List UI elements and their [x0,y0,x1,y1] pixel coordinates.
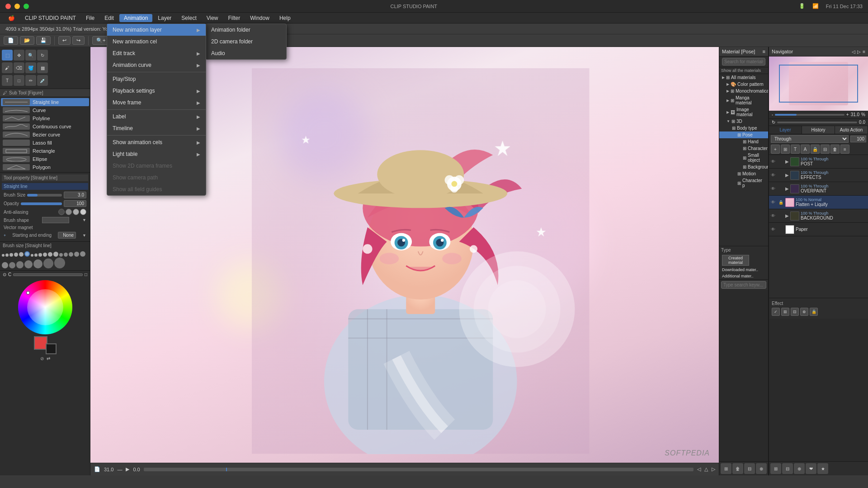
size-dot-9[interactable] [43,253,47,257]
mat-btn-4[interactable]: ⊕ [756,463,767,474]
zoom-slider[interactable] [775,114,844,116]
mat-btn-1[interactable]: ⊞ [721,463,731,474]
menu-layer[interactable]: Layer [153,14,176,22]
color-bar[interactable] [13,273,83,276]
layer-item-background[interactable]: 👁 ▶ 100 % Through BACKGROUND [769,209,868,223]
brush-item-straight[interactable]: Straight line [1,98,89,106]
tool-fill[interactable]: 🪣 [25,62,36,73]
tab-layer[interactable]: Layer [769,126,802,134]
tree-item-hand[interactable]: ⊞ Hand [719,138,768,145]
tree-item-mono[interactable]: ▶ ⊞ Monochromatica [719,88,768,94]
size-dot-3[interactable] [14,253,18,257]
menu-clip-studio[interactable]: 🍎 [4,14,19,22]
layer-add-btn[interactable]: + [771,145,780,154]
size-dot-2[interactable] [9,253,13,257]
show-all-label[interactable]: Show all the materials [719,67,768,74]
timeline-btn2[interactable]: △ [704,466,708,472]
zoom-plus-icon[interactable]: + [846,112,849,117]
tree-item-small-object[interactable]: ⊞ Small object [719,152,768,164]
tree-item-pose[interactable]: ⊞ Pose [719,131,768,138]
type-created[interactable]: Created material [719,254,768,267]
layer-item-flatten[interactable]: 👁 🔒 100 % Normal Flatten + Liquify [769,196,868,209]
materials-search-input[interactable] [722,58,765,66]
timeline-btn3[interactable]: ▷ [712,466,715,472]
toolbar-open[interactable]: 📂 [20,36,34,45]
menu-animation[interactable]: Animation [119,14,152,22]
nav-btn1[interactable]: ◁ [852,49,855,54]
layer-delete-btn[interactable]: 🗑 [830,145,840,154]
materials-keyword-search[interactable] [721,281,766,289]
toolbar-new[interactable]: 📄 [4,36,18,45]
brush-shape-arrow[interactable]: ▼ [82,218,86,222]
brush-size-slider[interactable] [27,194,62,197]
tree-item-color[interactable]: ▶ 🎨 Color pattern [719,81,768,88]
size-dot-1[interactable] [5,253,9,257]
rotation-slider[interactable] [777,122,857,123]
tool-color-pick[interactable]: 💉 [37,75,48,86]
brush-item-bezier[interactable]: Bezier curve [1,131,89,139]
layer-item-overpaint[interactable]: 👁 ▶ 100 % Through OVERPAINT [769,182,868,196]
tree-item-character[interactable]: ⊞ Character [719,145,768,152]
tool-move[interactable]: ✥ [14,50,24,61]
size-dot-14[interactable] [69,252,73,257]
size-dot-21[interactable] [33,259,42,268]
tree-item-chara-p[interactable]: ⊞ Character p [719,177,768,189]
effect-btn3[interactable]: ⊟ [791,308,799,316]
starting-ending-value[interactable]: None [58,232,76,239]
tool-eraser[interactable]: ⌫ [14,62,24,73]
size-dot-12[interactable] [59,253,63,257]
size-dot-17[interactable] [2,262,8,268]
layer-visibility-post[interactable]: 👁 [771,159,777,164]
tool-gradient[interactable]: ▦ [37,62,48,73]
menu-filter[interactable]: Filter [224,14,245,22]
navigator-preview[interactable] [769,56,868,111]
layer-visibility-overpaint[interactable]: 👁 [771,186,777,191]
brush-item-curve[interactable]: Curve [1,106,89,114]
swap-colors-btn[interactable]: ⇄ [47,356,50,361]
tree-item-3d[interactable]: ▼ ⊞ 3D [719,118,768,125]
opacity-slider[interactable] [21,202,62,205]
transparent-color-btn[interactable]: ⊘ [40,356,44,361]
aa-med[interactable] [73,209,79,215]
lbt-btn5[interactable]: ★ [817,463,828,474]
timeline-bar[interactable] [144,468,693,471]
layer-opacity-input[interactable] [850,136,866,142]
mac-maximize-button[interactable] [24,4,29,9]
tree-item-motion[interactable]: ⊞ Motion [719,170,768,177]
size-dot-13[interactable] [64,253,68,257]
brush-item-continuous[interactable]: Continuous curve [1,122,89,131]
mac-close-button[interactable] [5,4,11,9]
menu-item-new-cel[interactable]: New animation cel [107,36,206,47]
menu-select[interactable]: Select [177,14,201,22]
tree-item-image[interactable]: ▶ 🖼 Image material [719,106,768,118]
brush-item-lasso[interactable]: Lasso fill [1,139,89,147]
tool-selection[interactable]: ⬚ [2,50,13,61]
nav-btn2[interactable]: ▷ [857,49,861,54]
tree-item-all[interactable]: ▶ ⊞ All materials [719,74,768,81]
menu-item-label[interactable]: Label ▶ [107,111,206,122]
color-wheel[interactable] [18,280,72,334]
layer-adjust-btn[interactable]: A [801,145,810,154]
brush-item-polyline[interactable]: Polyline [1,114,89,122]
layer-visibility-paper[interactable]: 👁 [771,227,777,232]
size-dot-23[interactable] [54,258,65,268]
effect-btn2[interactable]: ⊞ [781,308,789,316]
layer-lock-btn[interactable]: 🔒 [811,145,820,154]
menu-item-new-animation-layer[interactable]: New animation layer ▶ [107,24,206,36]
type-btn[interactable]: Created material [722,255,749,266]
background-color[interactable] [46,343,57,354]
type-additional[interactable]: Additional mater.. [719,273,768,279]
effect-btn1[interactable]: ✓ [772,308,780,316]
nav-options-icon[interactable]: ≡ [863,49,865,54]
size-dot-8[interactable] [38,253,42,257]
size-dot-10[interactable] [48,252,52,257]
effect-btn4[interactable]: ⊕ [800,308,808,316]
layer-lock-flatten[interactable]: 🔒 [778,200,784,205]
menu-edit[interactable]: Edit [100,14,118,22]
tool-brush[interactable]: 🖌 [2,62,13,73]
brush-item-ellipse[interactable]: Ellipse [1,155,89,163]
brush-shape-preview[interactable] [42,217,69,223]
tool-shape[interactable]: □ [14,75,24,86]
layer-copy-btn[interactable]: ⊞ [781,145,790,154]
menu-item-timeline[interactable]: Timeline ▶ [107,122,206,134]
